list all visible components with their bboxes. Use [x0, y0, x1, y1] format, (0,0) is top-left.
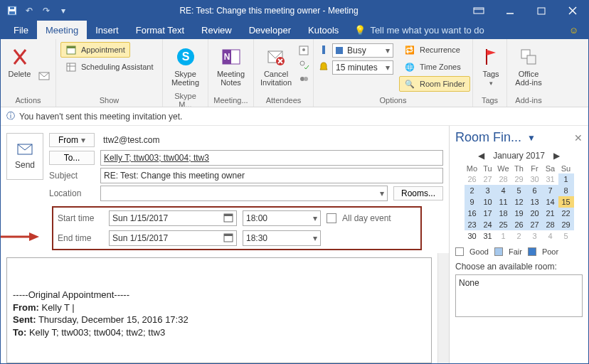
- calendar-day[interactable]: 29: [511, 173, 527, 185]
- calendar-day[interactable]: 25: [496, 219, 511, 230]
- reminder-select[interactable]: 15 minutes ▾: [332, 60, 393, 75]
- calendar-day[interactable]: 10: [480, 196, 496, 208]
- calendar-day[interactable]: 3: [480, 185, 496, 196]
- calendar-day[interactable]: 24: [480, 219, 496, 230]
- calendar-day[interactable]: 12: [511, 196, 527, 208]
- from-button[interactable]: From▾: [49, 133, 95, 147]
- calendar-day[interactable]: 15: [558, 196, 574, 208]
- room-list[interactable]: None: [455, 274, 583, 317]
- next-month-icon[interactable]: ▶: [553, 151, 560, 161]
- dropdown-icon[interactable]: ▾: [313, 213, 317, 223]
- message-body[interactable]: -----Original Appointment----- From: Kel…: [6, 257, 432, 363]
- tab-developer[interactable]: Developer: [240, 21, 299, 39]
- calendar-day[interactable]: 4: [496, 185, 511, 196]
- calendar-day[interactable]: 26: [465, 173, 480, 185]
- calendar-icon[interactable]: [223, 213, 233, 225]
- calendar-day[interactable]: 13: [527, 196, 543, 208]
- actions-forward-icon[interactable]: [38, 70, 51, 82]
- undo-icon[interactable]: ↶: [22, 4, 36, 18]
- calendar-day[interactable]: 20: [527, 208, 543, 219]
- location-field[interactable]: ▾: [100, 186, 388, 201]
- to-button[interactable]: To...: [49, 151, 95, 165]
- calendar-day[interactable]: 21: [543, 208, 558, 219]
- cancel-invitation-button[interactable]: Cancel Invitation: [258, 42, 294, 90]
- tab-format-text[interactable]: Format Text: [127, 21, 193, 39]
- calendar-day[interactable]: 1: [558, 173, 574, 185]
- appointment-button[interactable]: Appointment: [60, 42, 130, 58]
- end-time-field[interactable]: 18:30 ▾: [243, 230, 321, 246]
- start-time-field[interactable]: 18:00 ▾: [243, 210, 321, 226]
- calendar-day[interactable]: 4: [543, 230, 558, 242]
- calendar-day[interactable]: 31: [480, 230, 496, 242]
- send-button[interactable]: Send: [6, 133, 43, 180]
- minimize-button[interactable]: [494, 1, 526, 21]
- room-finder-close-icon[interactable]: ✕: [574, 132, 583, 144]
- close-button[interactable]: [557, 1, 588, 21]
- calendar-day[interactable]: 6: [527, 185, 543, 196]
- calendar-day[interactable]: 19: [511, 208, 527, 219]
- calendar-day[interactable]: 14: [543, 196, 558, 208]
- tab-insert[interactable]: Insert: [87, 21, 127, 39]
- calendar-day[interactable]: 8: [558, 185, 574, 196]
- qat-dropdown-icon[interactable]: ▾: [56, 4, 70, 18]
- calendar-day[interactable]: 1: [496, 230, 511, 242]
- all-day-checkbox[interactable]: [327, 213, 336, 223]
- office-addins-button[interactable]: Office Add-ins: [511, 42, 546, 90]
- ribbon-options-icon[interactable]: [463, 1, 494, 21]
- redo-icon[interactable]: ↷: [39, 4, 53, 18]
- calendar-day[interactable]: 2: [465, 185, 480, 196]
- scheduling-button[interactable]: Scheduling Assistant: [60, 59, 159, 75]
- calendar-day[interactable]: 28: [543, 219, 558, 230]
- tab-meeting[interactable]: Meeting: [37, 21, 87, 39]
- room-finder-menu-icon[interactable]: ▼: [527, 133, 536, 143]
- location-dropdown-icon[interactable]: ▾: [380, 188, 384, 198]
- calendar-day[interactable]: 27: [480, 173, 496, 185]
- address-book-icon[interactable]: [298, 45, 309, 58]
- calendar-icon[interactable]: [223, 232, 233, 245]
- calendar-day[interactable]: 17: [480, 208, 496, 219]
- calendar-day[interactable]: 27: [527, 219, 543, 230]
- calendar-day[interactable]: 5: [511, 185, 527, 196]
- calendar-day[interactable]: 11: [496, 196, 511, 208]
- calendar-day[interactable]: 18: [496, 208, 511, 219]
- body-scrollbar[interactable]: [437, 253, 449, 363]
- calendar-day[interactable]: 3: [527, 230, 543, 242]
- tab-review[interactable]: Review: [193, 21, 240, 39]
- calendar-day[interactable]: 22: [558, 208, 574, 219]
- dropdown-icon[interactable]: ▾: [313, 233, 317, 243]
- tell-me[interactable]: 💡 Tell me what you want to do: [347, 21, 491, 39]
- maximize-button[interactable]: [526, 1, 557, 21]
- to-field[interactable]: Kelly T; ttw003; ttw004; ttw3: [100, 150, 443, 166]
- calendar-day[interactable]: 7: [543, 185, 558, 196]
- meeting-notes-button[interactable]: N Meeting Notes: [213, 42, 249, 90]
- time-zones-button[interactable]: 🌐 Time Zones: [399, 59, 470, 75]
- calendar-day[interactable]: 5: [558, 230, 574, 242]
- calendar-day[interactable]: 29: [558, 219, 574, 230]
- show-as-select[interactable]: Busy ▾: [332, 43, 393, 58]
- subject-field[interactable]: RE: Test: Change this meeting owner: [100, 168, 443, 183]
- calendar-day[interactable]: 28: [496, 173, 511, 185]
- calendar-day[interactable]: 2: [511, 230, 527, 242]
- room-finder-button[interactable]: 🔍 Room Finder: [399, 76, 470, 92]
- feedback-icon[interactable]: ☺: [559, 21, 588, 39]
- calendar-day[interactable]: 16: [465, 208, 480, 219]
- skype-meeting-button[interactable]: S Skype Meeting: [167, 42, 203, 90]
- calendar-day[interactable]: 23: [465, 219, 480, 230]
- save-icon[interactable]: [5, 4, 19, 18]
- prev-month-icon[interactable]: ◀: [478, 151, 484, 161]
- response-options-icon[interactable]: [298, 73, 309, 86]
- tags-button[interactable]: Tags ▾: [477, 42, 504, 90]
- calendar-day[interactable]: 9: [465, 196, 480, 208]
- recurrence-button[interactable]: 🔁 Recurrence: [399, 42, 470, 58]
- calendar-day[interactable]: 31: [543, 173, 558, 185]
- calendar-day[interactable]: 30: [527, 173, 543, 185]
- start-date-field[interactable]: Sun 1/15/2017: [109, 210, 237, 226]
- rooms-button[interactable]: Rooms...: [393, 186, 443, 200]
- check-names-icon[interactable]: [298, 59, 309, 72]
- calendar-day[interactable]: 26: [511, 219, 527, 230]
- tab-file[interactable]: File: [5, 21, 37, 39]
- tab-kutools[interactable]: Kutools: [299, 21, 347, 39]
- calendar-day[interactable]: 30: [465, 230, 480, 242]
- delete-button[interactable]: Delete: [5, 42, 34, 82]
- end-date-field[interactable]: Sun 1/15/2017: [109, 230, 237, 246]
